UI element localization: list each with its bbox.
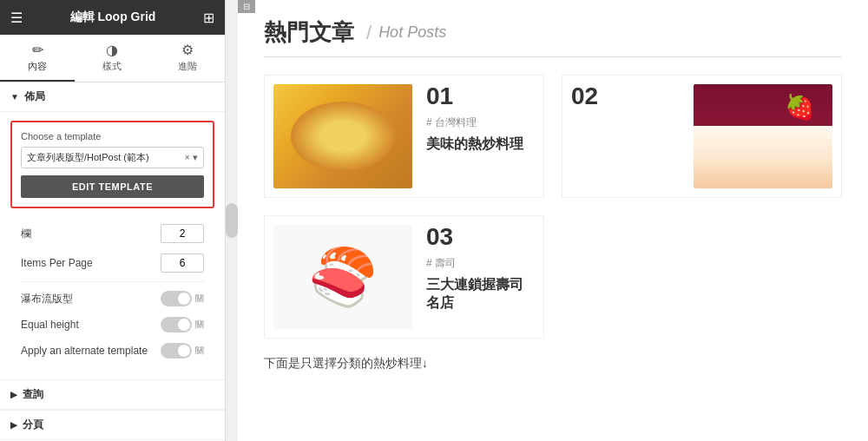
style-icon: ◑ xyxy=(106,42,118,58)
layout-fields: 欄 Items Per Page 瀑布流版型 關 Equal height xyxy=(10,215,214,371)
masonry-toggle[interactable]: 關 xyxy=(161,291,204,306)
query-arrow-icon: ▶ xyxy=(10,390,17,399)
section-query-label: 查詢 xyxy=(23,387,43,402)
section-layout-header[interactable]: ▼ 佈局 xyxy=(0,82,225,112)
section-query: ▶ 查詢 xyxy=(0,379,225,410)
header-divider: / xyxy=(366,22,372,44)
template-select[interactable]: 文章列表版型/HotPost (範本) × ▾ xyxy=(21,147,204,168)
choose-template-label: Choose a template xyxy=(21,131,204,142)
main-content: ⊟ 熱門文章 / Hot Posts 01 # 台灣料理 美味的熱炒料理 02 xyxy=(238,0,868,441)
field-masonry-label: 瀑布流版型 xyxy=(21,292,73,306)
section-pagination-header[interactable]: ▶ 分頁 xyxy=(0,411,225,440)
alternate-template-toggle-label: 關 xyxy=(195,345,204,357)
sidebar-header: ☰ 編輯 Loop Grid ⊞ xyxy=(0,0,225,35)
field-equal-height-label: Equal height xyxy=(21,319,79,331)
field-items-per-page: Items Per Page xyxy=(21,248,204,278)
sidebar-title: 編輯 Loop Grid xyxy=(70,10,156,25)
post-1-info: 01 # 台灣料理 美味的熱炒料理 xyxy=(426,84,535,154)
template-select-value: 文章列表版型/HotPost (範本) xyxy=(27,151,149,164)
alternate-template-toggle-switch[interactable] xyxy=(161,343,192,359)
field-items-per-page-input[interactable] xyxy=(161,253,204,273)
equal-height-toggle-label: 關 xyxy=(195,319,204,331)
post-3-image xyxy=(273,225,412,329)
post-3-title: 三大連鎖握壽司名店 xyxy=(426,276,535,313)
section-layout-label: 佈局 xyxy=(24,89,45,104)
post-card-1: 01 # 台灣料理 美味的熱炒料理 xyxy=(264,75,544,198)
field-masonry: 瀑布流版型 關 xyxy=(21,286,204,312)
post-1-number: 01 xyxy=(426,84,535,109)
post-1-category: # 台灣料理 xyxy=(426,115,535,130)
content-header: 熱門文章 / Hot Posts xyxy=(264,17,842,57)
grid-indicator: ⊟ xyxy=(238,0,255,13)
field-columns-label: 欄 xyxy=(21,227,31,241)
sidebar-tabs: ✏ 內容 ◑ 樣式 ⚙ 進階 xyxy=(0,35,225,82)
edit-template-button[interactable]: EDIT TEMPLATE xyxy=(21,175,204,198)
arrow-icon: ▼ xyxy=(10,92,19,102)
post-3-category: # 壽司 xyxy=(426,256,535,271)
panel-resize-handle[interactable] xyxy=(226,203,238,238)
masonry-toggle-switch[interactable] xyxy=(161,291,192,306)
post-2-image xyxy=(694,84,832,188)
post-1-image xyxy=(273,84,412,188)
posts-grid: 01 # 台灣料理 美味的熱炒料理 02 03 # 壽司 三大連鎖握壽司名店 xyxy=(264,75,842,339)
menu-icon[interactable]: ☰ xyxy=(10,10,23,26)
footer-text: 下面是只選擇分類的熱炒料理↓ xyxy=(264,356,842,372)
alternate-template-toggle[interactable]: 關 xyxy=(161,343,204,359)
post-card-2: 02 xyxy=(562,75,842,198)
sidebar: ☰ 編輯 Loop Grid ⊞ ✏ 內容 ◑ 樣式 ⚙ 進階 ▼ 佈局 xyxy=(0,0,226,441)
post-3-info: 03 # 壽司 三大連鎖握壽司名店 xyxy=(426,225,535,313)
section-query-header[interactable]: ▶ 查詢 xyxy=(0,380,225,410)
tab-advanced[interactable]: ⚙ 進階 xyxy=(150,35,225,82)
equal-height-toggle-switch[interactable] xyxy=(161,317,192,332)
field-equal-height: Equal height 關 xyxy=(21,312,204,338)
tab-style[interactable]: ◑ 樣式 xyxy=(75,35,149,82)
section-pagination-label: 分頁 xyxy=(23,418,43,432)
post-card-3: 03 # 壽司 三大連鎖握壽司名店 xyxy=(264,215,544,339)
section-pagination: ▶ 分頁 xyxy=(0,410,225,440)
section-layout-body: Choose a template 文章列表版型/HotPost (範本) × … xyxy=(0,112,225,379)
post-3-number: 03 xyxy=(426,225,535,249)
field-columns-input[interactable] xyxy=(161,224,204,243)
sidebar-content: ▼ 佈局 Choose a template 文章列表版型/HotPost (範… xyxy=(0,82,225,441)
pagination-arrow-icon: ▶ xyxy=(10,420,17,430)
main-title: 熱門文章 xyxy=(264,17,354,48)
template-box: Choose a template 文章列表版型/HotPost (範本) × … xyxy=(10,121,214,208)
masonry-toggle-label: 關 xyxy=(195,293,204,305)
main-subtitle: Hot Posts xyxy=(378,23,446,42)
field-alternate-template: Apply an alternate template 關 xyxy=(21,338,204,364)
equal-height-toggle[interactable]: 關 xyxy=(161,317,204,332)
tab-content[interactable]: ✏ 內容 xyxy=(0,35,75,82)
field-alternate-template-label: Apply an alternate template xyxy=(21,345,148,357)
gear-icon: ⚙ xyxy=(181,42,194,58)
post-1-title: 美味的熱炒料理 xyxy=(426,135,535,154)
field-columns: 欄 xyxy=(21,219,204,248)
grid-icon[interactable]: ⊞ xyxy=(203,10,214,26)
post-2-info: 02 xyxy=(571,84,680,115)
field-items-per-page-label: Items Per Page xyxy=(21,257,93,269)
edit-icon: ✏ xyxy=(32,42,43,58)
post-2-number: 02 xyxy=(571,84,680,109)
template-select-controls: × ▾ xyxy=(185,152,198,163)
